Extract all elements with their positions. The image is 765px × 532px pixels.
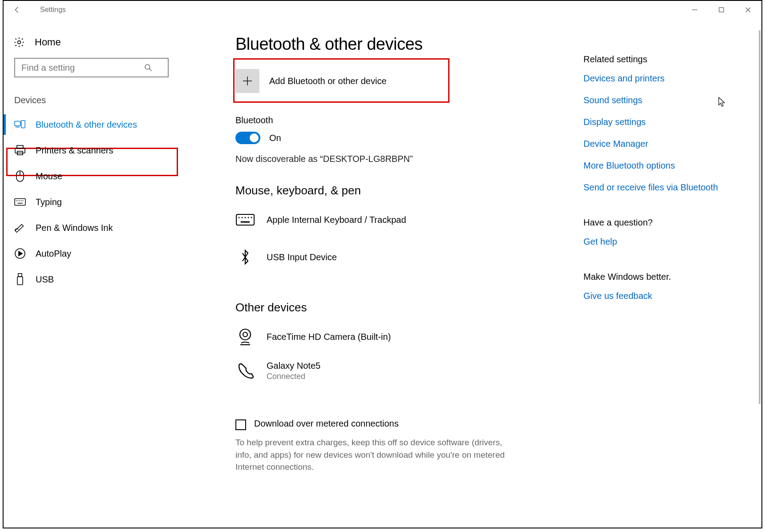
- device-name: FaceTime HD Camera (Built-in): [267, 332, 391, 342]
- scrollbar[interactable]: [759, 30, 761, 404]
- discoverable-text: Now discoverable as “DESKTOP-LG8RBPN”: [235, 154, 566, 164]
- sidebar-section-label: Devices: [4, 95, 179, 112]
- bluetooth-heading: Bluetooth: [235, 115, 566, 125]
- device-row[interactable]: FaceTime HD Camera (Built-in): [235, 323, 566, 357]
- plus-icon: [235, 69, 259, 93]
- link-get-help[interactable]: Get help: [583, 237, 744, 247]
- device-status: Connected: [267, 372, 320, 381]
- device-name: Galaxy Note5: [267, 361, 320, 371]
- sidebar-item-usb[interactable]: USB: [4, 266, 179, 292]
- sidebar-item-label: Pen & Windows Ink: [36, 223, 113, 233]
- svg-point-4: [18, 41, 21, 44]
- metered-help-text: To help prevent extra charges, keep this…: [235, 436, 511, 473]
- sidebar-item-typing[interactable]: Typing: [4, 189, 179, 215]
- toggle-state-label: On: [269, 133, 281, 143]
- sidebar-item-label: Printers & scanners: [36, 145, 113, 156]
- device-name: USB Input Device: [267, 252, 337, 262]
- right-column: Related settings Devices and printers So…: [583, 19, 761, 528]
- back-button[interactable]: [12, 6, 22, 14]
- sidebar-item-label: USB: [36, 274, 54, 285]
- devices-icon: [14, 119, 26, 130]
- svg-point-36: [243, 332, 247, 337]
- mouse-icon: [14, 170, 26, 182]
- question-heading: Have a question?: [583, 218, 744, 228]
- bluetooth-icon: [235, 247, 255, 267]
- phone-icon: [235, 361, 255, 381]
- printer-icon: [14, 145, 26, 156]
- maximize-button[interactable]: [708, 1, 735, 19]
- feedback-heading: Make Windows better.: [583, 272, 744, 282]
- home-link[interactable]: Home: [4, 36, 179, 58]
- close-button[interactable]: [735, 1, 761, 19]
- camera-icon: [235, 327, 255, 347]
- device-row[interactable]: Apple Internal Keyboard / Trackpad: [235, 206, 566, 244]
- keyboard-icon: [235, 210, 255, 230]
- link-more-bluetooth[interactable]: More Bluetooth options: [583, 161, 744, 171]
- main-content: Bluetooth & other devices Add Bluetooth …: [179, 19, 583, 528]
- svg-marker-23: [19, 251, 22, 256]
- sidebar-item-label: AutoPlay: [36, 249, 71, 259]
- sidebar-item-label: Bluetooth & other devices: [36, 120, 137, 130]
- add-device-button[interactable]: Add Bluetooth or other device: [235, 64, 445, 97]
- other-heading: Other devices: [235, 301, 566, 314]
- add-device-label: Add Bluetooth or other device: [269, 76, 387, 86]
- gear-icon: [13, 36, 25, 48]
- metered-checkbox[interactable]: [235, 419, 246, 430]
- related-heading: Related settings: [583, 54, 744, 64]
- bluetooth-toggle[interactable]: [235, 132, 260, 144]
- device-name: Apple Internal Keyboard / Trackpad: [267, 215, 406, 225]
- svg-point-5: [145, 64, 150, 69]
- device-row[interactable]: USB Input Device: [235, 244, 566, 281]
- link-devices-printers[interactable]: Devices and printers: [583, 73, 744, 84]
- svg-rect-8: [21, 121, 25, 128]
- usb-icon: [14, 274, 26, 285]
- svg-rect-1: [719, 8, 724, 12]
- search-icon: [144, 63, 153, 72]
- svg-line-6: [150, 69, 152, 71]
- keyboard-icon: [14, 196, 26, 208]
- minimize-button[interactable]: [681, 1, 708, 19]
- svg-rect-24: [18, 274, 22, 277]
- pen-icon: [14, 222, 26, 234]
- svg-rect-11: [15, 148, 25, 153]
- link-device-manager[interactable]: Device Manager: [583, 139, 744, 149]
- svg-rect-25: [17, 277, 23, 285]
- device-row[interactable]: Galaxy Note5 Connected: [235, 357, 566, 392]
- sidebar-item-pen[interactable]: Pen & Windows Ink: [4, 215, 179, 241]
- svg-rect-7: [15, 121, 20, 126]
- mkp-heading: Mouse, keyboard, & pen: [235, 184, 566, 197]
- sidebar-item-label: Typing: [36, 197, 62, 207]
- sidebar-item-mouse[interactable]: Mouse: [4, 163, 179, 189]
- titlebar: Settings: [4, 1, 761, 19]
- link-display-settings[interactable]: Display settings: [583, 117, 744, 127]
- svg-rect-28: [236, 214, 254, 225]
- link-send-receive-files[interactable]: Send or receive files via Bluetooth: [583, 182, 744, 193]
- page-title: Bluetooth & other devices: [235, 35, 566, 54]
- sidebar-item-bluetooth[interactable]: Bluetooth & other devices: [4, 112, 179, 137]
- svg-point-35: [240, 329, 251, 340]
- sidebar-item-autoplay[interactable]: AutoPlay: [4, 241, 179, 266]
- link-feedback[interactable]: Give us feedback: [583, 291, 744, 301]
- autoplay-icon: [14, 248, 26, 259]
- window-title: Settings: [40, 6, 66, 14]
- svg-rect-15: [15, 199, 25, 206]
- sidebar-item-printers[interactable]: Printers & scanners: [4, 137, 179, 163]
- link-sound-settings[interactable]: Sound settings: [583, 95, 744, 105]
- sidebar: Home Devices Bluetooth & other devices: [4, 19, 179, 528]
- metered-label: Download over metered connections: [254, 419, 399, 429]
- svg-rect-10: [17, 145, 23, 148]
- home-label: Home: [35, 36, 61, 48]
- sidebar-item-label: Mouse: [36, 171, 62, 181]
